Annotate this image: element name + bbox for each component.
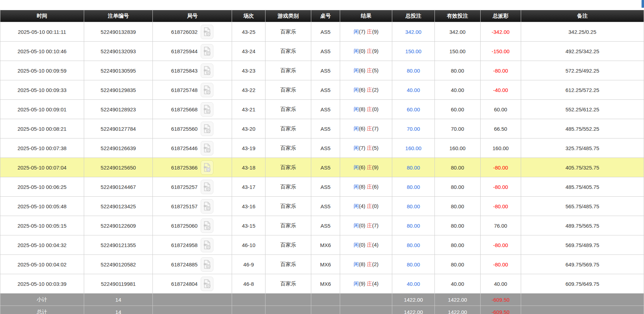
video-replay-button[interactable] [201, 141, 213, 155]
footer-valid-bet: 1422.00 [434, 294, 480, 306]
video-replay-button[interactable] [201, 83, 213, 97]
table-row[interactable]: 2025-05-10 00:09:01 522490128923 6187256… [0, 100, 644, 119]
table-row[interactable]: 2025-05-10 00:04:32 522490121355 6187249… [0, 235, 644, 255]
player-label: 闲 [354, 48, 359, 54]
table-row[interactable]: 2025-05-10 00:09:33 522490129835 6187257… [0, 80, 644, 100]
video-replay-button[interactable] [201, 180, 213, 194]
table-row[interactable]: 2025-05-10 00:05:15 522490122609 6187250… [0, 216, 644, 235]
table-row[interactable]: 2025-05-10 00:07:38 522490126639 6187254… [0, 138, 644, 158]
cell-time: 2025-05-10 00:06:25 [0, 177, 84, 197]
footer-empty-session [232, 306, 265, 314]
cell-total-bet: 60.00 [392, 100, 435, 119]
table-row[interactable]: 2025-05-10 00:03:39 522490119981 6187248… [0, 274, 644, 294]
cell-remark: 325.75/485.75 [521, 138, 644, 158]
cell-round: 618725560 [153, 119, 232, 138]
cell-total-bet: 80.00 [392, 158, 435, 177]
table-row[interactable]: 2025-05-10 00:07:04 522490125650 6187253… [0, 158, 644, 177]
cell-valid-bet: 80.00 [434, 197, 480, 216]
cell-remark: 489.75/565.75 [521, 216, 644, 235]
cell-table-no: AS5 [311, 216, 340, 235]
banker-points: (6) [372, 184, 379, 190]
cell-table-no: AS5 [311, 197, 340, 216]
video-replay-button[interactable] [201, 238, 213, 252]
cell-total-bet: 150.00 [392, 42, 435, 61]
table-row[interactable]: 2025-05-10 00:06:25 522490124467 6187252… [0, 177, 644, 197]
column-header-game-type: 游戏类别 [265, 10, 311, 22]
video-replay-icon [203, 240, 211, 250]
cell-round: 618725944 [153, 42, 232, 61]
cell-table-no: AS5 [311, 119, 340, 138]
cell-time: 2025-05-10 00:11:11 [0, 22, 84, 42]
header-row: 时间注单编号局号场次游戏类别桌号结果总投注有效投注总派彩备注 [0, 10, 644, 22]
footer-label: 小计 [0, 294, 84, 306]
table-row[interactable]: 2025-05-10 00:11:11 522490132839 6187260… [0, 22, 644, 42]
table-row[interactable]: 2025-05-10 00:10:46 522490132093 6187259… [0, 42, 644, 61]
scrollbar-thumb[interactable] [642, 0, 644, 8]
video-replay-button[interactable] [201, 218, 213, 233]
cell-game-type: 百家乐 [265, 255, 311, 274]
cell-game-type: 百家乐 [265, 216, 311, 235]
video-replay-button[interactable] [201, 25, 213, 39]
cell-payout: -150.00 [480, 42, 521, 61]
footer-count: 14 [84, 306, 153, 314]
video-replay-button[interactable] [201, 122, 213, 136]
video-replay-button[interactable] [201, 277, 213, 291]
table-row[interactable]: 2025-05-10 00:09:59 522490130595 6187258… [0, 61, 644, 80]
video-replay-icon [203, 46, 211, 56]
footer-empty-game-type [265, 294, 311, 306]
table-row[interactable]: 2025-05-10 00:05:48 522490123425 6187251… [0, 197, 644, 216]
footer-count: 14 [84, 294, 153, 306]
round-number: 618726032 [171, 29, 198, 35]
footer-total-bet: 1422.00 [392, 294, 435, 306]
cell-session: 43-25 [232, 22, 265, 42]
player-label: 闲 [354, 125, 359, 131]
cell-bet-id: 522490132093 [84, 42, 153, 61]
video-replay-button[interactable] [201, 160, 213, 175]
round-number: 618725257 [171, 184, 198, 190]
banker-points: (4) [372, 281, 379, 287]
cell-remark: 572.25/492.25 [521, 61, 644, 80]
cell-game-type: 百家乐 [265, 119, 311, 138]
cell-valid-bet: 342.00 [434, 22, 480, 42]
video-replay-icon [203, 221, 211, 230]
video-replay-button[interactable] [201, 199, 213, 214]
cell-bet-id: 522490123425 [84, 197, 153, 216]
video-replay-button[interactable] [201, 44, 213, 59]
cell-time: 2025-05-10 00:08:21 [0, 119, 84, 138]
cell-time: 2025-05-10 00:03:39 [0, 274, 84, 294]
player-label: 闲 [354, 164, 359, 170]
cell-session: 46-9 [232, 255, 265, 274]
cell-game-type: 百家乐 [265, 100, 311, 119]
video-replay-button[interactable] [201, 63, 213, 78]
cell-bet-id: 522490122609 [84, 216, 153, 235]
player-label: 闲 [354, 87, 359, 93]
cell-total-bet: 40.00 [392, 274, 435, 294]
banker-points: (9) [372, 48, 379, 54]
player-points: (9) [359, 281, 365, 287]
cell-time: 2025-05-10 00:09:59 [0, 61, 84, 80]
cell-valid-bet: 80.00 [434, 235, 480, 255]
column-header-payout: 总派彩 [480, 10, 521, 22]
cell-total-bet: 80.00 [392, 216, 435, 235]
video-replay-button[interactable] [201, 257, 213, 272]
table-row[interactable]: 2025-05-10 00:08:21 522490127784 6187255… [0, 119, 644, 138]
cell-payout: -80.00 [480, 255, 521, 274]
cell-total-bet: 80.00 [392, 235, 435, 255]
video-replay-button[interactable] [201, 102, 213, 117]
cell-result: 闲(6) 庄(5) [340, 61, 392, 80]
cell-total-bet: 342.00 [392, 22, 435, 42]
column-header-round: 局号 [153, 10, 232, 22]
cell-result: 闲(6) 庄(7) [340, 119, 392, 138]
column-header-time: 时间 [0, 10, 84, 22]
cell-time: 2025-05-10 00:05:48 [0, 197, 84, 216]
cell-session: 43-18 [232, 158, 265, 177]
cell-payout: -80.00 [480, 197, 521, 216]
banker-points: (4) [372, 242, 379, 248]
cell-result: 闲(4) 庄(0) [340, 197, 392, 216]
cell-total-bet: 80.00 [392, 61, 435, 80]
table-row[interactable]: 2025-05-10 00:04:02 522490120582 6187248… [0, 255, 644, 274]
cell-round: 618725446 [153, 138, 232, 158]
video-replay-icon [203, 27, 211, 37]
cell-session: 43-23 [232, 61, 265, 80]
banker-label: 庄 [367, 87, 372, 93]
